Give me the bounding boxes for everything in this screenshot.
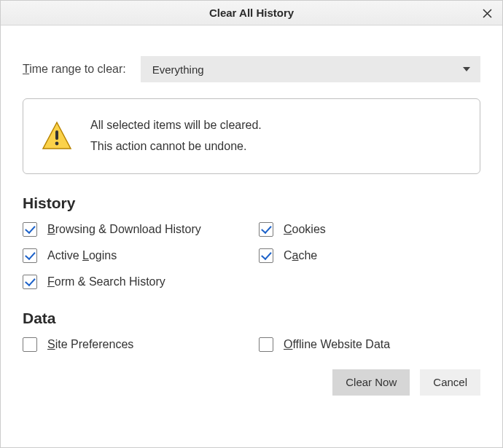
check-cookies: Cookies — [259, 222, 480, 237]
warning-box: All selected items will be cleared. This… — [23, 98, 480, 174]
label-form: Form & Search History — [47, 275, 165, 288]
label-siteprefs: Site Preferences — [47, 338, 133, 351]
titlebar: Clear All History — [1, 1, 502, 25]
checkbox-cache[interactable] — [259, 248, 273, 263]
history-options: Browsing & Download History Cookies Acti… — [23, 222, 480, 289]
warning-text: All selected items will be cleared. This… — [90, 115, 262, 157]
time-range-value: Everything — [152, 63, 204, 76]
checkbox-logins[interactable] — [23, 248, 37, 263]
chevron-down-icon — [463, 67, 470, 71]
close-button[interactable] — [479, 5, 495, 21]
section-data: Data — [23, 310, 480, 327]
clear-now-button[interactable]: Clear Now — [332, 369, 410, 396]
warning-line-1: All selected items will be cleared. — [90, 115, 262, 136]
time-range-row: Time range to clear: Everything — [23, 56, 480, 82]
checkbox-browsing[interactable] — [23, 222, 37, 237]
cancel-button[interactable]: Cancel — [420, 369, 480, 396]
time-range-label: Time range to clear: — [23, 63, 126, 76]
time-range-select[interactable]: Everything — [141, 56, 480, 82]
checkbox-form[interactable] — [23, 275, 37, 289]
check-siteprefs: Site Preferences — [23, 337, 244, 352]
dialog-title: Clear All History — [209, 7, 294, 19]
label-cookies: Cookies — [284, 223, 326, 236]
check-browsing: Browsing & Download History — [23, 222, 244, 237]
warning-icon — [41, 120, 73, 152]
dialog-content: Time range to clear: Everything All sele… — [1, 25, 502, 409]
check-offline: Offline Website Data — [259, 337, 480, 352]
check-form: Form & Search History — [23, 275, 244, 289]
check-logins: Active Logins — [23, 248, 244, 263]
section-history: History — [23, 194, 480, 212]
label-offline: Offline Website Data — [284, 338, 390, 351]
checkbox-siteprefs[interactable] — [23, 337, 37, 352]
checkbox-offline[interactable] — [259, 337, 273, 352]
label-browsing: Browsing & Download History — [47, 223, 201, 236]
button-row: Clear Now Cancel — [23, 369, 480, 396]
warning-line-2: This action cannot be undone. — [90, 136, 262, 157]
svg-point-1 — [55, 141, 59, 145]
check-cache: Cache — [259, 248, 480, 263]
svg-rect-0 — [55, 130, 58, 140]
label-logins: Active Logins — [47, 249, 117, 262]
label-cache: Cache — [284, 249, 317, 262]
close-icon — [483, 9, 492, 18]
data-options: Site Preferences Offline Website Data — [23, 337, 480, 352]
checkbox-cookies[interactable] — [259, 222, 273, 237]
